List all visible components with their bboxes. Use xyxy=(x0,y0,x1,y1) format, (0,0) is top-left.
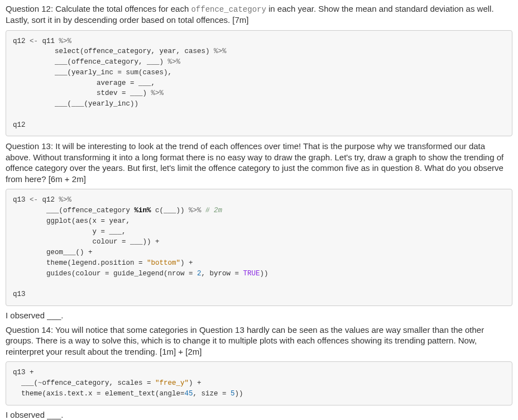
code-block-q13: q13 <- q12 %>% ___(offence_category %in%… xyxy=(6,189,512,306)
question-12-text: Question 12: Calculate the total offence… xyxy=(6,3,512,26)
code-block-q12: q12 <- q11 %>% select(offence_category, … xyxy=(6,30,512,137)
question-14-text: Question 14: You will notice that some c… xyxy=(6,324,512,357)
q12-prefix: Question 12: Calculate the total offence… xyxy=(6,4,191,13)
observed-14: I observed ___. xyxy=(6,410,512,419)
question-13-text: Question 13: It will be interesting to l… xyxy=(6,141,512,184)
q12-inline-code: offence_category xyxy=(191,5,266,14)
code-block-q14: q13 + ___(~offence_category, scales = "f… xyxy=(6,361,512,405)
observed-13: I observed ___. xyxy=(6,311,512,320)
